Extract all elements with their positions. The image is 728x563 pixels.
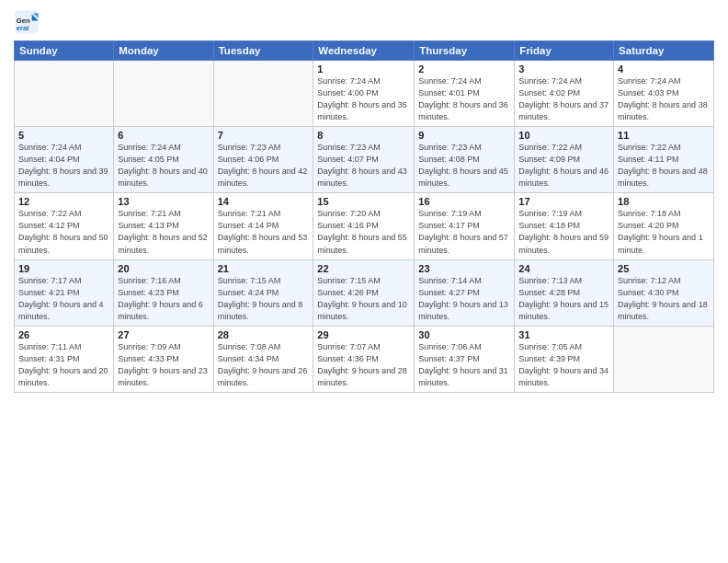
day-info: Sunrise: 7:22 AMSunset: 4:11 PMDaylight:…: [618, 142, 710, 190]
day-number: 26: [18, 329, 109, 340]
calendar-cell: 15Sunrise: 7:20 AMSunset: 4:16 PMDayligh…: [313, 193, 415, 259]
day-number: 12: [18, 196, 109, 207]
day-info: Sunrise: 7:09 AMSunset: 4:33 PMDaylight:…: [118, 341, 209, 389]
day-info: Sunrise: 7:20 AMSunset: 4:16 PMDaylight:…: [317, 208, 410, 256]
calendar-cell: 12Sunrise: 7:22 AMSunset: 4:12 PMDayligh…: [15, 193, 114, 259]
calendar-cell: 20Sunrise: 7:16 AMSunset: 4:23 PMDayligh…: [114, 259, 213, 326]
day-number: 19: [18, 263, 109, 274]
day-info: Sunrise: 7:18 AMSunset: 4:20 PMDaylight:…: [618, 208, 710, 256]
day-number: 14: [218, 196, 310, 207]
calendar-body: 1Sunrise: 7:24 AMSunset: 4:00 PMDaylight…: [15, 61, 714, 393]
day-number: 2: [418, 63, 510, 75]
day-header-saturday: Saturday: [614, 41, 714, 61]
day-number: 5: [18, 130, 109, 141]
day-info: Sunrise: 7:19 AMSunset: 4:17 PMDaylight:…: [418, 208, 510, 256]
day-info: Sunrise: 7:19 AMSunset: 4:18 PMDaylight:…: [518, 208, 609, 256]
calendar-cell: 18Sunrise: 7:18 AMSunset: 4:20 PMDayligh…: [614, 193, 714, 259]
calendar-cell: 5Sunrise: 7:24 AMSunset: 4:04 PMDaylight…: [15, 127, 114, 193]
day-number: 25: [618, 263, 710, 274]
week-row-2: 5Sunrise: 7:24 AMSunset: 4:04 PMDaylight…: [15, 127, 714, 193]
day-number: 3: [518, 63, 609, 75]
day-number: 15: [317, 196, 410, 207]
logo-icon: Gen eral: [14, 9, 40, 35]
day-info: Sunrise: 7:15 AMSunset: 4:26 PMDaylight:…: [317, 275, 410, 323]
day-info: Sunrise: 7:22 AMSunset: 4:09 PMDaylight:…: [518, 142, 609, 190]
calendar-cell: [213, 61, 313, 127]
day-info: Sunrise: 7:24 AMSunset: 4:02 PMDaylight:…: [518, 75, 609, 123]
logo-area: Gen eral: [14, 9, 43, 35]
calendar-cell: 25Sunrise: 7:12 AMSunset: 4:30 PMDayligh…: [614, 259, 714, 326]
calendar-cell: 28Sunrise: 7:08 AMSunset: 4:34 PMDayligh…: [213, 326, 313, 392]
day-info: Sunrise: 7:07 AMSunset: 4:36 PMDaylight:…: [317, 341, 410, 389]
svg-text:eral: eral: [17, 24, 29, 32]
header: Gen eral: [14, 9, 714, 35]
day-number: 13: [118, 196, 209, 207]
day-number: 28: [218, 329, 310, 340]
day-info: Sunrise: 7:21 AMSunset: 4:13 PMDaylight:…: [118, 208, 209, 256]
day-info: Sunrise: 7:15 AMSunset: 4:24 PMDaylight:…: [218, 275, 310, 323]
day-info: Sunrise: 7:24 AMSunset: 4:00 PMDaylight:…: [317, 75, 410, 123]
calendar-cell: 16Sunrise: 7:19 AMSunset: 4:17 PMDayligh…: [415, 193, 515, 259]
day-header-monday: Monday: [114, 41, 213, 61]
day-number: 18: [618, 196, 710, 207]
calendar-cell: 27Sunrise: 7:09 AMSunset: 4:33 PMDayligh…: [114, 326, 213, 392]
calendar-cell: 14Sunrise: 7:21 AMSunset: 4:14 PMDayligh…: [213, 193, 313, 259]
day-number: 1: [317, 63, 410, 75]
day-info: Sunrise: 7:24 AMSunset: 4:05 PMDaylight:…: [118, 142, 209, 190]
page: Gen eral SundayMondayTuesdayWednesdayThu…: [0, 0, 728, 563]
day-number: 11: [618, 130, 710, 141]
day-info: Sunrise: 7:24 AMSunset: 4:04 PMDaylight:…: [18, 142, 109, 190]
calendar-cell: 10Sunrise: 7:22 AMSunset: 4:09 PMDayligh…: [515, 127, 614, 193]
day-info: Sunrise: 7:17 AMSunset: 4:21 PMDaylight:…: [18, 275, 109, 323]
day-info: Sunrise: 7:24 AMSunset: 4:01 PMDaylight:…: [418, 75, 510, 123]
day-info: Sunrise: 7:08 AMSunset: 4:34 PMDaylight:…: [218, 341, 310, 389]
day-info: Sunrise: 7:23 AMSunset: 4:07 PMDaylight:…: [317, 142, 410, 190]
day-number: 8: [317, 130, 410, 141]
day-number: 20: [118, 263, 209, 274]
day-info: Sunrise: 7:22 AMSunset: 4:12 PMDaylight:…: [18, 208, 109, 256]
calendar-cell: 24Sunrise: 7:13 AMSunset: 4:28 PMDayligh…: [515, 259, 614, 326]
day-info: Sunrise: 7:06 AMSunset: 4:37 PMDaylight:…: [418, 341, 510, 389]
day-number: 30: [418, 329, 510, 340]
calendar-cell: 2Sunrise: 7:24 AMSunset: 4:01 PMDaylight…: [415, 61, 515, 127]
day-number: 31: [518, 329, 609, 340]
day-header-sunday: Sunday: [15, 41, 114, 61]
calendar-cell: 17Sunrise: 7:19 AMSunset: 4:18 PMDayligh…: [515, 193, 614, 259]
day-info: Sunrise: 7:16 AMSunset: 4:23 PMDaylight:…: [118, 275, 209, 323]
calendar-cell: 11Sunrise: 7:22 AMSunset: 4:11 PMDayligh…: [614, 127, 714, 193]
day-header-thursday: Thursday: [415, 41, 515, 61]
day-info: Sunrise: 7:23 AMSunset: 4:08 PMDaylight:…: [418, 142, 510, 190]
calendar-header: SundayMondayTuesdayWednesdayThursdayFrid…: [15, 41, 714, 61]
day-info: Sunrise: 7:13 AMSunset: 4:28 PMDaylight:…: [518, 275, 609, 323]
day-info: Sunrise: 7:12 AMSunset: 4:30 PMDaylight:…: [618, 275, 710, 323]
day-info: Sunrise: 7:21 AMSunset: 4:14 PMDaylight:…: [218, 208, 310, 256]
calendar-cell: 26Sunrise: 7:11 AMSunset: 4:31 PMDayligh…: [15, 326, 114, 392]
day-info: Sunrise: 7:24 AMSunset: 4:03 PMDaylight:…: [618, 75, 710, 123]
calendar-cell: 13Sunrise: 7:21 AMSunset: 4:13 PMDayligh…: [114, 193, 213, 259]
calendar-cell: 9Sunrise: 7:23 AMSunset: 4:08 PMDaylight…: [415, 127, 515, 193]
calendar-cell: 22Sunrise: 7:15 AMSunset: 4:26 PMDayligh…: [313, 259, 415, 326]
calendar-cell: 19Sunrise: 7:17 AMSunset: 4:21 PMDayligh…: [15, 259, 114, 326]
day-info: Sunrise: 7:14 AMSunset: 4:27 PMDaylight:…: [418, 275, 510, 323]
day-number: 10: [518, 130, 609, 141]
calendar-cell: 1Sunrise: 7:24 AMSunset: 4:00 PMDaylight…: [313, 61, 415, 127]
day-number: 27: [118, 329, 209, 340]
calendar-cell: [114, 61, 213, 127]
calendar-cell: 3Sunrise: 7:24 AMSunset: 4:02 PMDaylight…: [515, 61, 614, 127]
week-row-5: 26Sunrise: 7:11 AMSunset: 4:31 PMDayligh…: [15, 326, 714, 392]
day-number: 16: [418, 196, 510, 207]
day-number: 29: [317, 329, 410, 340]
calendar-cell: [15, 61, 114, 127]
day-number: 24: [518, 263, 609, 274]
day-header-friday: Friday: [515, 41, 614, 61]
day-header-wednesday: Wednesday: [313, 41, 415, 61]
week-row-3: 12Sunrise: 7:22 AMSunset: 4:12 PMDayligh…: [15, 193, 714, 259]
calendar-cell: 4Sunrise: 7:24 AMSunset: 4:03 PMDaylight…: [614, 61, 714, 127]
day-number: 22: [317, 263, 410, 274]
calendar-cell: 21Sunrise: 7:15 AMSunset: 4:24 PMDayligh…: [213, 259, 313, 326]
header-row: SundayMondayTuesdayWednesdayThursdayFrid…: [15, 41, 714, 61]
day-info: Sunrise: 7:05 AMSunset: 4:39 PMDaylight:…: [518, 341, 609, 389]
calendar-cell: 8Sunrise: 7:23 AMSunset: 4:07 PMDaylight…: [313, 127, 415, 193]
calendar-cell: 23Sunrise: 7:14 AMSunset: 4:27 PMDayligh…: [415, 259, 515, 326]
calendar-cell: 30Sunrise: 7:06 AMSunset: 4:37 PMDayligh…: [415, 326, 515, 392]
